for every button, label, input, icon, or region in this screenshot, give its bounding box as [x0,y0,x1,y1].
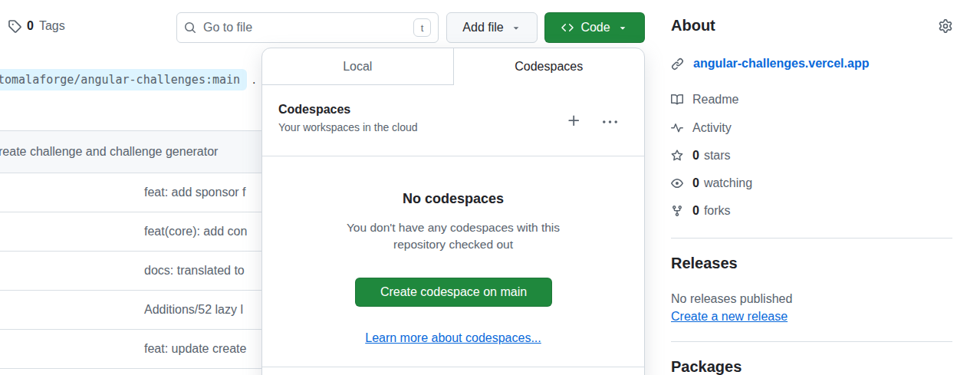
divider [262,156,644,156]
pulse-icon [671,122,683,134]
code-dropdown-panel: Local Codespaces Codespaces Your workspa… [261,48,645,375]
eye-icon [671,177,683,189]
branch-banner-suffix: . [252,73,255,87]
tag-icon [8,19,21,33]
book-icon [671,94,683,106]
search-shortcut-key: t [413,18,431,37]
divider [671,238,952,238]
table-row[interactable]: feat: add sponsor f [0,173,261,212]
divider [262,367,644,367]
plus-icon [567,113,581,128]
sidebar-item-forks[interactable]: 0 forks [671,202,731,220]
commit-message-link[interactable]: Additions/52 lazy l [144,303,243,317]
chevron-down-icon [617,22,628,33]
about-title: About [671,17,715,35]
code-icon [561,21,574,34]
commit-message-link[interactable]: feat: add sponsor f [144,186,246,199]
create-codespace-button[interactable]: Create codespace on main [355,278,552,307]
tags-summary[interactable]: 0 Tags [8,19,65,33]
tags-label: Tags [39,19,65,33]
sidebar-item-watching[interactable]: 0 watching [671,174,752,192]
table-row[interactable]: feat(core): add con [0,212,261,252]
codespaces-header: Codespaces Your workspaces in the cloud [278,103,418,133]
codespaces-options-button[interactable] [603,115,617,130]
latest-commit-row[interactable]: create challenge and challenge generator [0,130,261,173]
packages-title: Packages [671,358,742,375]
tab-codespaces[interactable]: Codespaces [454,48,645,85]
search-icon [184,21,196,34]
commit-message-link[interactable]: feat: update create [144,342,246,356]
sidebar-item-stars[interactable]: 0 stars [671,146,731,165]
commit-message-link[interactable]: docs: translated to [144,264,245,278]
latest-commit-message[interactable]: create challenge and challenge generator [0,145,218,159]
new-codespace-button[interactable] [567,113,581,128]
sidebar-item-activity[interactable]: Activity [671,119,732,137]
table-row[interactable]: Additions/52 lazy l [0,291,261,330]
commit-message-link[interactable]: feat(core): add con [144,225,247,238]
website-row: angular-challenges.vercel.app [671,57,869,71]
chevron-down-icon [511,22,521,33]
create-release-link[interactable]: Create a new release [671,310,788,323]
search-placeholder: Go to file [203,21,252,35]
table-row[interactable]: docs: translated to [0,252,261,291]
code-dropdown-tabs: Local Codespaces [262,48,644,85]
go-to-file-search[interactable]: Go to file t [176,12,439,43]
tab-local[interactable]: Local [262,48,454,85]
kebab-horizontal-icon [603,115,617,130]
branch-ref-code[interactable]: tomalaforge/angular-challenges:main [0,69,247,90]
star-icon [671,150,683,162]
learn-more-row: Learn more about codespaces... [262,331,644,345]
gear-icon[interactable] [939,19,952,33]
website-link[interactable]: angular-challenges.vercel.app [693,57,869,71]
code-button-label: Code [580,21,610,35]
divider [671,341,952,342]
add-file-label: Add file [462,21,503,35]
learn-more-link[interactable]: Learn more about codespaces... [365,331,541,344]
no-codespaces-description: You don't have any codespaces with this … [262,219,644,253]
file-list: create challenge and challenge generator… [0,130,261,369]
link-icon [671,58,684,71]
fork-icon [671,205,683,217]
branch-status-banner: tomalaforge/angular-challenges:main . [0,69,256,90]
releases-title: Releases [671,255,738,272]
no-codespaces-title: No codespaces [262,191,644,207]
sidebar-item-readme[interactable]: Readme [671,90,738,109]
add-file-button[interactable]: Add file [446,12,538,43]
codespaces-subtitle: Your workspaces in the cloud [278,121,418,133]
releases-empty-text: No releases published [671,292,792,306]
code-button[interactable]: Code [544,12,645,43]
table-row[interactable]: feat: update create [0,330,261,369]
tags-count: 0 [27,19,34,33]
codespaces-title: Codespaces [278,103,418,117]
